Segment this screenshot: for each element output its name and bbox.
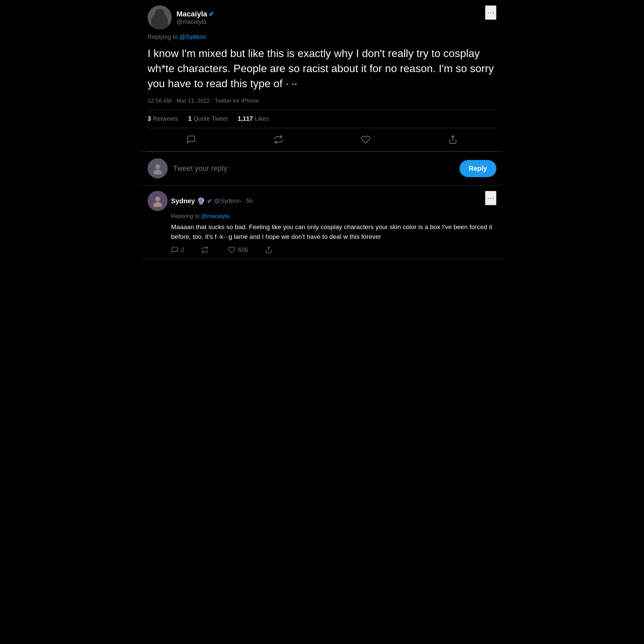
- reply-emoji: 🔮: [197, 197, 205, 205]
- compose-avatar-icon: [152, 162, 164, 174]
- reply-input[interactable]: [173, 164, 454, 173]
- quote-label: Quote Tweet: [194, 115, 228, 122]
- retweets-stat: 3 Retweets: [148, 115, 178, 122]
- svg-point-1: [155, 164, 160, 169]
- likes-label: Likes: [255, 115, 269, 122]
- actions-row: [148, 128, 496, 151]
- reply-more-options-button[interactable]: ···: [485, 191, 496, 205]
- retweets-label: Retweets: [153, 115, 178, 122]
- reply-tweet-header: Sydney 🔮 ✔ @Sydeon · 5h ···: [148, 191, 496, 211]
- reply-text: Maaaan that sucks so bad. Feeling like y…: [171, 222, 496, 241]
- replying-to: Replying to @Sydeon: [148, 34, 496, 41]
- retweet-button[interactable]: [268, 132, 288, 147]
- reply-user-info: Sydney 🔮 ✔ @Sydeon · 5h: [171, 197, 253, 205]
- reply-button[interactable]: Reply: [460, 160, 496, 177]
- reply-retweet-action[interactable]: [201, 246, 211, 254]
- like-icon: [361, 135, 370, 144]
- reply-comment-action[interactable]: 2: [171, 246, 184, 254]
- tweet-text: I know I'm mixed but like this is exactl…: [148, 46, 496, 91]
- reply-name-text: Sydney: [171, 197, 195, 205]
- reply-display-name: Sydney 🔮 ✔: [171, 197, 212, 205]
- reply-tweet-header-left: Sydney 🔮 ✔ @Sydeon · 5h: [148, 191, 253, 211]
- reply-replying-to-label: Replying to: [171, 213, 200, 219]
- share-button[interactable]: [443, 132, 463, 147]
- tweet-meta: 12:56 AM · Mar 11, 2022 · Twitter for iP…: [148, 98, 496, 104]
- reply-replying-to: Replying to @macaiyla: [171, 213, 496, 220]
- reply-like-count: 606: [238, 247, 248, 254]
- likes-stat: 1,117 Likes: [238, 115, 269, 122]
- reply-verified-badge: ✔: [207, 198, 212, 205]
- tweet-header-left: Macaiyla ✔ @macaiyla: [148, 5, 214, 30]
- retweet-icon: [274, 135, 283, 144]
- quote-stat: 1 Quote Tweet: [188, 115, 228, 122]
- username: @macaiyla: [176, 18, 214, 25]
- reply-share-action[interactable]: [265, 246, 272, 254]
- reply-like-icon: [228, 246, 235, 254]
- reply-like-action[interactable]: 606: [228, 246, 248, 254]
- reply-replying-to-user[interactable]: @macaiyla: [201, 213, 229, 219]
- avatar: [148, 5, 172, 30]
- user-info: Macaiyla ✔ @macaiyla: [176, 10, 214, 25]
- svg-point-4: [153, 202, 162, 207]
- svg-point-2: [153, 170, 162, 174]
- reply-body: Replying to @macaiyla Maaaan that sucks …: [171, 213, 496, 254]
- reply-username: @Sydeon: [214, 198, 240, 205]
- svg-point-3: [155, 197, 160, 202]
- reply-actions: 2 606: [171, 246, 496, 254]
- reply-share-icon: [265, 246, 272, 254]
- replying-to-user[interactable]: @Sydeon: [179, 34, 206, 40]
- reply-comment-icon: [171, 246, 178, 254]
- tweet-header: Macaiyla ✔ @macaiyla ···: [148, 5, 496, 30]
- verified-badge: ✔: [209, 10, 214, 18]
- reply-time: · 5h: [243, 198, 253, 205]
- reply-avatar-icon: [152, 195, 164, 207]
- reply-compose: Reply: [141, 152, 503, 185]
- quote-count: 1: [188, 115, 192, 122]
- stats-row: 3 Retweets 1 Quote Tweet 1,117 Likes: [148, 110, 496, 128]
- comment-button[interactable]: [181, 132, 201, 147]
- name-text: Macaiyla: [176, 10, 207, 18]
- reply-retweet-icon: [201, 246, 209, 254]
- retweets-count: 3: [148, 115, 151, 122]
- share-icon: [448, 135, 458, 144]
- replying-to-label: Replying to: [148, 34, 178, 40]
- like-button[interactable]: [356, 132, 376, 147]
- display-name: Macaiyla ✔: [176, 10, 214, 18]
- main-tweet: Macaiyla ✔ @macaiyla ··· Replying to @Sy…: [141, 0, 503, 152]
- reply-avatar: [148, 191, 168, 211]
- reply-tweet: Sydney 🔮 ✔ @Sydeon · 5h ··· Replying to …: [141, 185, 503, 259]
- comment-icon: [186, 135, 196, 144]
- compose-avatar: [148, 158, 168, 178]
- more-options-button[interactable]: ···: [485, 5, 496, 20]
- reply-comment-count: 2: [181, 247, 184, 254]
- likes-count: 1,117: [238, 115, 253, 122]
